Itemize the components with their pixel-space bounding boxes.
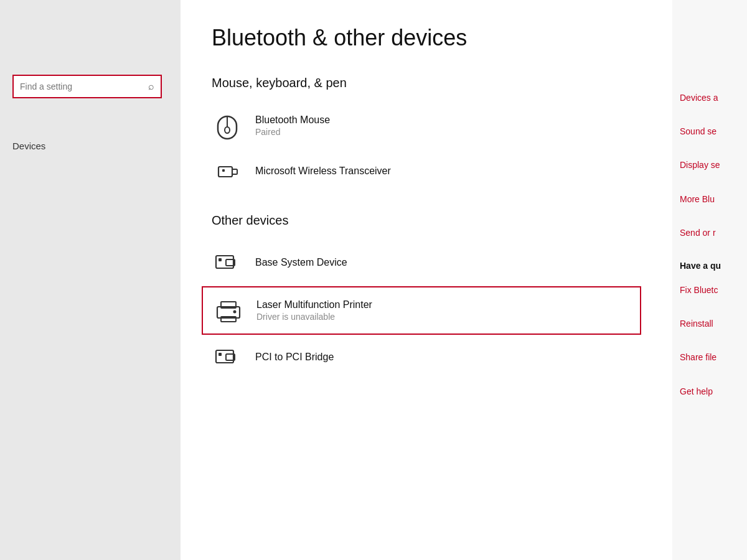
search-icon: ⌕ xyxy=(148,81,154,92)
pci-bridge-item[interactable]: PCI to PCI Bridge xyxy=(212,335,641,381)
wireless-transceiver-info: Microsoft Wireless Transceiver xyxy=(255,166,391,178)
svg-point-2 xyxy=(225,127,230,133)
svg-rect-4 xyxy=(232,169,237,174)
more-blu-link[interactable]: More Blu xyxy=(680,182,740,216)
main-content: Bluetooth & other devices Mouse, keyboar… xyxy=(181,0,672,560)
sidebar-item-devices[interactable]: Devices xyxy=(12,136,181,156)
transceiver-icon xyxy=(212,156,243,187)
other-devices-section: Other devices Base System Device xyxy=(212,213,641,381)
other-device-list: Base System Device xyxy=(212,240,641,381)
svg-rect-15 xyxy=(218,353,222,356)
laser-printer-item[interactable]: Laser Multifunction Printer Driver is un… xyxy=(202,286,641,335)
devices-link[interactable]: Devices a xyxy=(680,81,740,114)
sidebar: ⌕ Devices xyxy=(0,0,181,560)
bluetooth-mouse-status: Paired xyxy=(255,127,330,137)
mouse-device-list: Bluetooth Mouse Paired Microsoft Wireles… xyxy=(212,103,641,195)
pci-bridge-info: PCI to PCI Bridge xyxy=(255,352,334,364)
bluetooth-mouse-item[interactable]: Bluetooth Mouse Paired xyxy=(212,103,641,149)
svg-rect-8 xyxy=(218,258,222,261)
search-input[interactable] xyxy=(20,82,148,91)
mouse-section: Mouse, keyboard, & pen Bluetooth Mouse P… xyxy=(212,76,641,195)
bluetooth-mouse-info: Bluetooth Mouse Paired xyxy=(255,114,330,137)
wireless-transceiver-item[interactable]: Microsoft Wireless Transceiver xyxy=(212,149,641,195)
other-devices-section-title: Other devices xyxy=(212,213,641,228)
base-system-device-name: Base System Device xyxy=(255,257,347,268)
search-box[interactable]: ⌕ xyxy=(12,75,162,98)
laser-printer-status: Driver is unavailable xyxy=(256,312,372,322)
send-or-link[interactable]: Send or r xyxy=(680,216,740,250)
page-title: Bluetooth & other devices xyxy=(212,25,641,51)
laser-printer-info: Laser Multifunction Printer Driver is un… xyxy=(256,299,372,322)
fix-bluetooth-link[interactable]: Fix Bluetc xyxy=(680,273,740,307)
base-system-device-item[interactable]: Base System Device xyxy=(212,240,641,286)
right-panel: Devices a Sound se Display se More Blu S… xyxy=(672,0,747,560)
bluetooth-mouse-name: Bluetooth Mouse xyxy=(255,114,330,126)
have-question-label: Have a qu xyxy=(680,250,740,273)
wireless-transceiver-name: Microsoft Wireless Transceiver xyxy=(255,166,391,177)
base-system-icon xyxy=(212,248,243,279)
pci-bridge-name: PCI to PCI Bridge xyxy=(255,352,334,363)
share-file-link[interactable]: Share file xyxy=(680,340,740,374)
mouse-section-title: Mouse, keyboard, & pen xyxy=(212,76,641,90)
laser-printer-name: Laser Multifunction Printer xyxy=(256,299,372,310)
mouse-icon xyxy=(212,110,243,141)
pci-bridge-icon xyxy=(212,342,243,373)
svg-rect-3 xyxy=(218,167,232,177)
get-help-link[interactable]: Get help xyxy=(680,375,740,408)
svg-point-12 xyxy=(233,310,237,314)
base-system-device-info: Base System Device xyxy=(255,257,347,269)
display-link[interactable]: Display se xyxy=(680,148,740,182)
printer-icon xyxy=(213,295,244,326)
svg-rect-5 xyxy=(222,169,225,172)
reinstall-link[interactable]: Reinstall xyxy=(680,307,740,340)
sound-link[interactable]: Sound se xyxy=(680,114,740,148)
